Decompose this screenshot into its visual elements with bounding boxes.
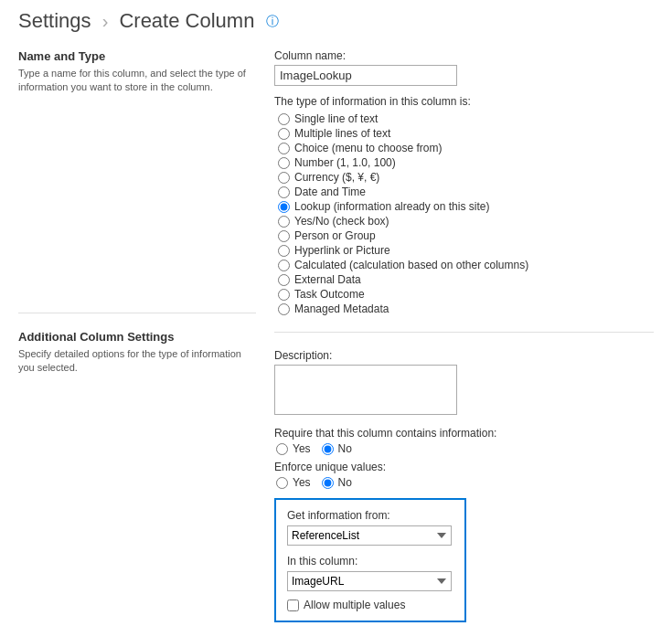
type-option-yesno[interactable]: Yes/No (check box) bbox=[278, 215, 654, 228]
allow-multiple-label: Allow multiple values bbox=[304, 599, 405, 611]
type-label-yesno: Yes/No (check box) bbox=[294, 215, 389, 228]
info-icon[interactable]: ⓘ bbox=[266, 14, 279, 28]
type-radio-lookup[interactable] bbox=[278, 201, 290, 213]
type-radio-currency[interactable] bbox=[278, 172, 290, 184]
type-option-taskoutcome[interactable]: Task Outcome bbox=[278, 288, 654, 301]
type-option-currency[interactable]: Currency ($, ¥, €) bbox=[278, 171, 654, 184]
type-option-number[interactable]: Number (1, 1.0, 100) bbox=[278, 156, 654, 169]
type-option-datetime[interactable]: Date and Time bbox=[278, 186, 654, 198]
description-label: Description: bbox=[274, 349, 654, 362]
type-option-lookup[interactable]: Lookup (information already on this site… bbox=[278, 200, 654, 213]
require-yes-radio[interactable] bbox=[276, 443, 288, 455]
in-column-label: In this column: bbox=[287, 555, 453, 568]
require-no-label: No bbox=[338, 442, 352, 455]
type-label-choice: Choice (menu to choose from) bbox=[294, 142, 442, 154]
section1-title: Name and Type bbox=[18, 49, 256, 63]
type-option-multiple[interactable]: Multiple lines of text bbox=[278, 127, 654, 140]
require-yes-label: Yes bbox=[293, 442, 311, 455]
require-no-radio[interactable] bbox=[322, 443, 334, 455]
breadcrumb-create-column: Create Column bbox=[119, 9, 254, 32]
type-radio-calculated[interactable] bbox=[278, 260, 290, 271]
type-label-lookup: Lookup (information already on this site… bbox=[294, 200, 489, 213]
type-option-single[interactable]: Single line of text bbox=[278, 112, 654, 125]
left-panel: Name and Type Type a name for this colum… bbox=[18, 49, 274, 626]
type-label-person: Person or Group bbox=[294, 229, 376, 242]
type-radio-person[interactable] bbox=[278, 230, 290, 242]
column-name-label: Column name: bbox=[274, 49, 654, 62]
right-section-divider bbox=[274, 332, 654, 333]
right-panel: Column name: The type of information in … bbox=[274, 49, 654, 626]
type-option-choice[interactable]: Choice (menu to choose from) bbox=[278, 142, 654, 154]
type-option-hyperlink[interactable]: Hyperlink or Picture bbox=[278, 244, 654, 257]
get-info-dropdown[interactable]: ReferenceList bbox=[287, 525, 452, 546]
type-option-person[interactable]: Person or Group bbox=[278, 229, 654, 242]
type-radio-yesno[interactable] bbox=[278, 216, 290, 228]
require-no-option[interactable]: No bbox=[322, 442, 352, 455]
require-yes-option[interactable]: Yes bbox=[276, 442, 311, 455]
type-radio-single[interactable] bbox=[278, 113, 290, 125]
type-label-single: Single line of text bbox=[294, 112, 378, 125]
require-radio-group: Yes No bbox=[276, 442, 654, 455]
enforce-yes-option[interactable]: Yes bbox=[276, 476, 311, 489]
enforce-no-label: No bbox=[338, 476, 352, 489]
section-divider bbox=[18, 313, 256, 313]
breadcrumb-settings: Settings bbox=[18, 9, 91, 32]
type-label-managed: Managed Metadata bbox=[294, 302, 389, 315]
enforce-no-radio[interactable] bbox=[322, 477, 334, 489]
type-label-number: Number (1, 1.0, 100) bbox=[294, 156, 396, 169]
type-label-multiple: Multiple lines of text bbox=[294, 127, 390, 140]
type-label: The type of information in this column i… bbox=[274, 95, 654, 108]
lookup-box: Get information from: ReferenceList In t… bbox=[274, 498, 466, 622]
type-radio-group: Single line of textMultiple lines of tex… bbox=[278, 112, 654, 315]
type-label-hyperlink: Hyperlink or Picture bbox=[294, 244, 390, 257]
type-option-managed[interactable]: Managed Metadata bbox=[278, 302, 654, 315]
type-radio-number[interactable] bbox=[278, 157, 290, 169]
require-label: Require that this column contains inform… bbox=[274, 427, 654, 440]
section2-title: Additional Column Settings bbox=[18, 330, 256, 344]
allow-multiple-row[interactable]: Allow multiple values bbox=[287, 599, 453, 611]
in-column-dropdown[interactable]: ImageURL bbox=[287, 571, 452, 591]
type-label-external: External Data bbox=[294, 273, 361, 286]
type-label-calculated: Calculated (calculation based on other c… bbox=[294, 259, 528, 271]
enforce-label: Enforce unique values: bbox=[274, 461, 654, 473]
enforce-no-option[interactable]: No bbox=[322, 476, 352, 489]
type-label-taskoutcome: Task Outcome bbox=[294, 288, 365, 301]
breadcrumb-separator: › bbox=[102, 11, 109, 31]
enforce-yes-label: Yes bbox=[293, 476, 311, 489]
type-radio-hyperlink[interactable] bbox=[278, 245, 290, 257]
enforce-yes-radio[interactable] bbox=[276, 477, 288, 489]
section2-desc: Specify detailed options for the type of… bbox=[18, 347, 256, 376]
enforce-radio-group: Yes No bbox=[276, 476, 654, 489]
type-radio-taskoutcome[interactable] bbox=[278, 289, 290, 301]
column-name-input[interactable] bbox=[274, 65, 457, 86]
page-title: Settings › Create Column ⓘ bbox=[18, 9, 654, 33]
allow-multiple-checkbox[interactable] bbox=[287, 599, 299, 611]
type-option-external[interactable]: External Data bbox=[278, 273, 654, 286]
type-label-datetime: Date and Time bbox=[294, 186, 366, 198]
section1-desc: Type a name for this column, and select … bbox=[18, 67, 256, 95]
type-label-currency: Currency ($, ¥, €) bbox=[294, 171, 379, 184]
type-radio-choice[interactable] bbox=[278, 143, 290, 154]
type-radio-multiple[interactable] bbox=[278, 128, 290, 140]
type-option-calculated[interactable]: Calculated (calculation based on other c… bbox=[278, 259, 654, 271]
type-radio-managed[interactable] bbox=[278, 303, 290, 315]
get-info-label: Get information from: bbox=[287, 509, 453, 522]
description-textarea[interactable] bbox=[274, 365, 457, 415]
type-radio-external[interactable] bbox=[278, 274, 290, 286]
type-radio-datetime[interactable] bbox=[278, 186, 290, 198]
